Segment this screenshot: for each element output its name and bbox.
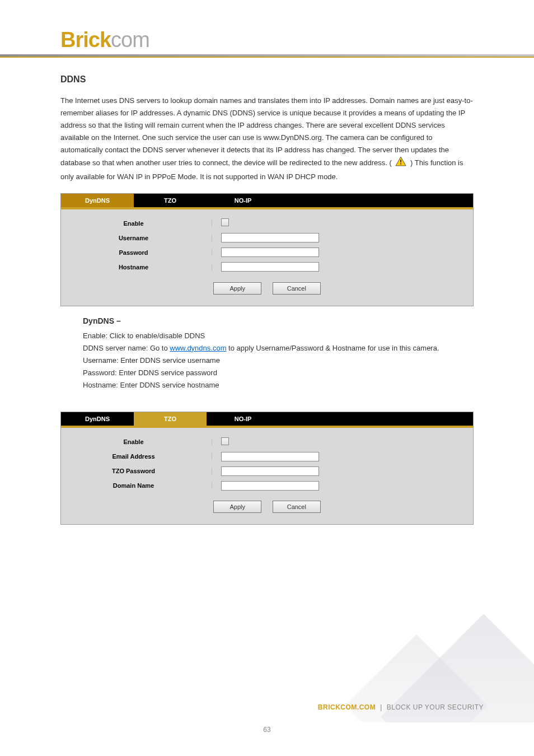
tab-row: DynDNS TZO NO-IP (61, 194, 473, 207)
footer-brand: BRICKCOM.COM (318, 703, 376, 711)
dyndns-line-enable: Enable: Click to enable/disable DDNS (83, 330, 474, 342)
tab-dyndns-2[interactable]: DynDNS (61, 412, 134, 426)
tab-noip[interactable]: NO-IP (207, 194, 279, 207)
brand-logo: Brickcom (60, 28, 474, 52)
hostname-input[interactable] (221, 262, 319, 272)
tab-row-2: DynDNS TZO NO-IP (61, 412, 473, 426)
label-enable: Enable (61, 220, 212, 227)
tab-tzo[interactable]: TZO (134, 194, 207, 207)
intro-paragraph: The Internet uses DNS servers to lookup … (60, 95, 474, 183)
dyndns-line-username: Username: Enter DDNS service username (83, 354, 474, 367)
dyndns-subhead: DynDNS – (83, 316, 474, 325)
label-enable-2: Enable (61, 438, 212, 445)
tab-noip-2[interactable]: NO-IP (207, 412, 279, 426)
username-input[interactable] (221, 233, 319, 242)
intro-text-1: The Internet uses DNS servers to lookup … (60, 96, 473, 167)
enable-checkbox-2[interactable] (221, 437, 229, 445)
label-domain: Domain Name (61, 482, 212, 489)
ddns-panel-dyndns: DynDNS TZO NO-IP Enable Username Passwor… (60, 193, 474, 306)
ddns-panel-tzo: DynDNS TZO NO-IP Enable Email Address TZ… (60, 412, 474, 525)
logo-part1: Brick (60, 28, 111, 52)
email-input[interactable] (221, 452, 319, 461)
dyndns-line-hostname: Hostname: Enter DDNS service hostname (83, 379, 474, 391)
warning-icon (395, 156, 406, 170)
tab-tzo-2[interactable]: TZO (134, 412, 207, 426)
svg-rect-1 (400, 160, 401, 162)
dyndns-server-post: to apply Username/Password & Hostname fo… (226, 344, 439, 352)
apply-button[interactable]: Apply (213, 282, 261, 295)
dyndns-server-pre: DDNS server name: Go to (83, 344, 170, 352)
tzo-password-input[interactable] (221, 466, 319, 476)
label-password: Password (61, 249, 212, 256)
footer-tagline: BLOCK UP YOUR SECURITY (387, 703, 484, 711)
label-tzopw: TZO Password (61, 468, 212, 474)
domain-input[interactable] (221, 481, 319, 491)
cancel-button[interactable]: Cancel (273, 282, 321, 295)
page-number: 63 (263, 726, 270, 734)
logo-part2: com (111, 28, 149, 52)
label-hostname: Hostname (61, 264, 212, 270)
password-input[interactable] (221, 248, 319, 257)
tab-dyndns[interactable]: DynDNS (61, 194, 134, 207)
label-username: Username (61, 235, 212, 241)
enable-checkbox[interactable] (221, 218, 229, 226)
footer-sep: | (380, 703, 382, 711)
section-title: DDNS (60, 74, 474, 85)
dyndns-line-server: DDNS server name: Go to www.dyndns.com t… (83, 342, 474, 354)
svg-rect-2 (400, 164, 401, 165)
cancel-button-2[interactable]: Cancel (273, 501, 321, 513)
footer-text: BRICKCOM.COM | BLOCK UP YOUR SECURITY (318, 703, 484, 711)
apply-button-2[interactable]: Apply (213, 501, 261, 513)
label-email: Email Address (61, 453, 212, 460)
dyndns-line-password: Password: Enter DDNS service password (83, 367, 474, 379)
dyndns-link[interactable]: www.dyndns.com (170, 344, 226, 352)
